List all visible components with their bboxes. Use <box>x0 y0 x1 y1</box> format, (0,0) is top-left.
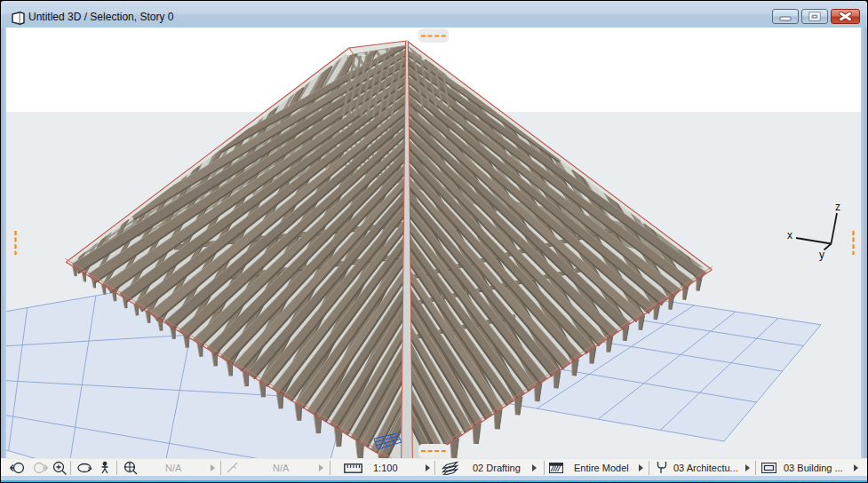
svg-text:y: y <box>819 249 824 261</box>
svg-text:z: z <box>835 201 840 213</box>
svg-text:x: x <box>787 229 792 242</box>
